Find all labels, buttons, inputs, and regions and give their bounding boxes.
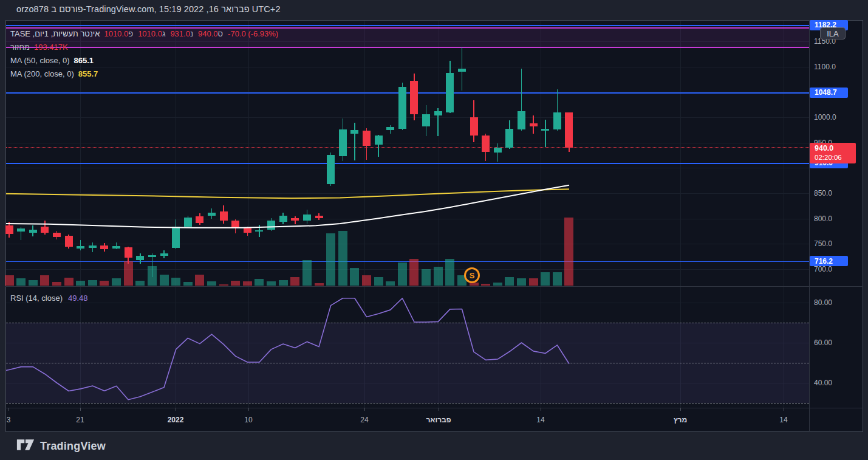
tradingview-brand-text[interactable]: TradingView (40, 440, 106, 453)
price-tick-label: 850.0 (814, 189, 832, 197)
volume-bar (40, 275, 49, 286)
candle-body (160, 253, 168, 256)
price-line-label[interactable]: 716.2 (810, 256, 848, 266)
candle-body (17, 228, 25, 232)
volume-bar (493, 283, 502, 286)
candle-body (315, 216, 323, 218)
candle-body (505, 129, 513, 148)
volume-bar (398, 263, 407, 286)
time-tick-label[interactable]: 24 (360, 416, 368, 424)
volume-bar (564, 218, 573, 286)
volume-bar (315, 283, 324, 286)
volume-bar (529, 278, 538, 286)
candle-body (29, 230, 37, 233)
volume-bar (112, 278, 121, 286)
candle-body (148, 255, 156, 257)
time-tick-label[interactable]: 14 (779, 416, 787, 424)
volume-bar (326, 233, 335, 286)
time-tick-label[interactable]: 14 (536, 416, 544, 424)
blue-horizontal-line[interactable] (6, 163, 809, 164)
blue-horizontal-line[interactable] (6, 92, 809, 94)
candle-body (303, 215, 311, 221)
candle-body (231, 221, 239, 228)
time-tick-label[interactable]: 3 (7, 416, 11, 424)
candle-body (196, 216, 203, 224)
gridline-horizontal (6, 244, 809, 244)
low-value: נ931.0 (170, 29, 194, 38)
ma200-legend-row[interactable]: MA (200, close, 0) 855.7 (10, 68, 278, 79)
volume-bar (171, 278, 180, 286)
candle-body (279, 216, 287, 222)
candle-body (208, 213, 216, 216)
symbol-title[interactable]: אינטר תעשיות, 1יום, TASE (10, 29, 100, 38)
candle-body (65, 236, 73, 247)
candle-body (422, 114, 430, 126)
volume-bar (267, 281, 276, 286)
rsi-value: 49.48 (68, 294, 88, 303)
candle-body (470, 117, 478, 136)
open-value: פ1010.0 (104, 29, 134, 38)
time-tick-label[interactable]: מרץ (674, 416, 687, 424)
volume-bar (279, 280, 288, 286)
volume-bar (434, 267, 443, 286)
candle-body (363, 131, 371, 146)
candle-wick (545, 120, 546, 147)
volume-bar (243, 281, 252, 286)
tradingview-logo-icon[interactable] (16, 439, 35, 453)
price-tick-label: 750.0 (814, 239, 832, 248)
candle-body (386, 127, 394, 130)
volume-bar (350, 268, 359, 286)
rsi-dashed-line (6, 363, 809, 363)
ma50-line (6, 185, 569, 228)
last-price-value: 940.0 (815, 144, 856, 153)
volume-bar (16, 278, 26, 286)
time-tick (364, 408, 365, 411)
candle-body (255, 230, 263, 232)
price-line-label[interactable]: 1048.7 (810, 88, 848, 98)
volume-bar (386, 281, 395, 286)
candle-body (482, 136, 490, 152)
time-tick-label[interactable]: 2022 (168, 416, 184, 424)
volume-bar (100, 281, 109, 286)
candle-body (446, 73, 454, 112)
volume-bar (422, 269, 431, 286)
time-tick (784, 408, 784, 411)
candle-body (398, 87, 406, 129)
ma50-legend-row[interactable]: MA (50, close, 0) 865.1 (10, 55, 278, 66)
tradingview-snapshot: orzo878 פורסם ב-TradingView.com, 15:19 2… (0, 0, 868, 460)
candle-body (244, 228, 251, 233)
volume-bar (517, 278, 526, 286)
volume-legend-row[interactable]: מחזור 193.417K (10, 41, 278, 52)
gridline-horizontal (6, 219, 809, 219)
candle-body (53, 233, 61, 237)
rsi-legend-row[interactable]: RSI (14, close) 49.48 (10, 294, 88, 303)
volume-label: מחזור (10, 43, 30, 52)
volume-bar (409, 259, 419, 286)
ma200-label: MA (200, close, 0) (10, 69, 74, 78)
volume-bar (195, 275, 204, 286)
high-value: ג1010.0 (138, 29, 166, 38)
gridline-horizontal (6, 143, 809, 143)
time-tick (9, 408, 9, 411)
symbol-ticker-tooltip: ILA (820, 27, 846, 39)
ma50-label: MA (50, close, 0) (10, 56, 70, 65)
volume-bar (290, 277, 299, 286)
candle-body (125, 247, 132, 258)
time-tick-label[interactable]: 10 (244, 416, 252, 424)
last-price-label[interactable]: 940.002:20:06 (810, 143, 856, 163)
rsi-tick-label: 40.00 (814, 379, 832, 387)
candle-body (494, 148, 502, 153)
volume-bar (207, 281, 216, 286)
blue-horizontal-line[interactable] (6, 25, 809, 26)
price-axis-separator[interactable] (809, 20, 810, 432)
candle-wick (80, 240, 81, 251)
volume-bar (76, 281, 85, 286)
volume-value: 193.417K (34, 43, 68, 52)
symbol-legend-row[interactable]: אינטר תעשיות, 1יום, TASE פ1010.0 ג1010.0… (10, 28, 278, 39)
candle-body (410, 81, 418, 114)
ma50-value: 865.1 (74, 56, 94, 65)
time-tick-label[interactable]: פברואר (426, 416, 451, 424)
time-tick-label[interactable]: 21 (76, 416, 84, 424)
event-marker-s[interactable]: S (464, 267, 480, 283)
volume-bar (124, 261, 133, 286)
